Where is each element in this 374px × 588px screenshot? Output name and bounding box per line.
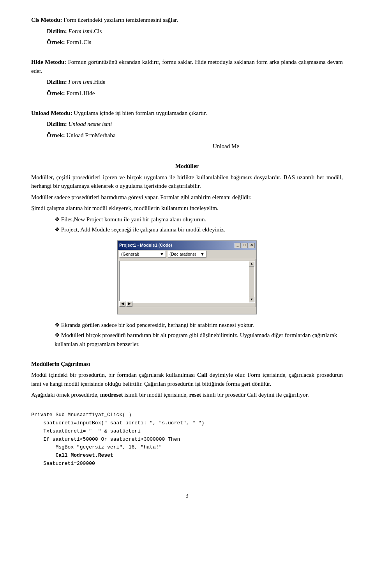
win-toolbar: (General) ▼ (Declarations) ▼ [118,250,256,259]
hide-ornek-label: Örnek: [47,90,65,96]
modueller-desc1: Modüller, çeşitli prosedürleri içeren ve… [31,173,343,191]
unload-me-text: Unload Me [213,143,239,149]
hide-dizilim-label: Dizilim: [47,79,67,85]
cls-dizilim-value: Form ismi [68,28,92,34]
win-nav-left[interactable]: ◀ [119,301,125,307]
moduellerin-cagrilmasi-desc1: Modül içindeki bir prosedürün, bir formd… [31,371,343,388]
cls-dizilim-line: Dizilim: Form ismi.Cls [47,27,343,36]
cls-ornek-line: Örnek: Form1.Cls [47,38,343,47]
unload-ornek-value: Unload FrmMerhaba [66,132,115,138]
modueller-list: Files,New Project komutu ile yani bir ça… [55,215,343,234]
unload-dizilim-label: Dizilim: [47,121,67,127]
modueller-desc2: Modüller sadece prosedürleri barındırma … [31,193,343,202]
unload-ornek-label: Örnek: [47,132,65,138]
modueller-heading: Modüller [31,162,343,171]
call-keyword: Call [197,372,208,378]
win-code-area: ▲ ▼ [119,261,255,303]
hide-dizilim-value: Form ismi [68,79,92,85]
code-block: Private Sub Mnusaatfiyat_Click( ) saatuc… [31,403,343,476]
modueller-desc3: Şimdi çalışma alanına bir modül ekleyere… [31,204,343,213]
unload-me-line: Unload Me [109,142,343,151]
win-buttons: _ □ ✕ [235,243,255,248]
win-scroll-up[interactable]: ▲ [249,261,254,267]
unload-metodu-label: Unload Metodu: [31,110,72,116]
hide-metodu-line: Hide Metodu: Formun görüntüsünü ekrandan… [31,58,343,75]
moduellerin-cagrilmasi-heading: Modüllerin Çağırılması [31,360,343,369]
win-declarations-dropdown[interactable]: (Declarations) ▼ [168,251,206,258]
win-outer: Project1 - Module1 (Code) _ □ ✕ (General… [117,240,257,314]
vb-window: Project1 - Module1 (Code) _ □ ✕ (General… [117,240,257,314]
cls-ornek-value: Form1.Cls [66,39,91,45]
list-item: Modülleri birçok prosedürü barındıran bi… [55,331,343,348]
modueller-title: Modüller [175,163,199,169]
code-line-6: Call Modreset.Reset [31,452,113,458]
win-general-arrow: ▼ [160,251,164,258]
win-general-label: (General) [121,251,139,258]
unload-ornek-line: Örnek: Unload FrmMerhaba [47,131,343,140]
moduellerin-cagrilmasi-desc2: Aşağıdaki örnek prosedürde, modreset isi… [31,390,343,399]
win-general-dropdown[interactable]: (General) ▼ [119,251,166,258]
win-nav-right[interactable]: ▶ [126,301,132,307]
win-titlebar: Project1 - Module1 (Code) _ □ ✕ [118,241,256,250]
hide-metodu-label: Hide Metodu: [31,59,66,65]
reset-keyword: reset [189,392,201,398]
hide-ornek-line: Örnek: Form1.Hide [47,89,343,98]
win-declarations-arrow: ▼ [200,251,205,258]
moduellerin-cagrilmasi-title: Modüllerin Çağırılması [31,361,90,367]
win-scroll-track [249,267,254,297]
win-minimize-btn[interactable]: _ [235,243,241,248]
hide-ornek-value: Form1.Hide [66,90,95,96]
cls-dizilim-suffix: .Cls [93,28,102,34]
cls-ornek-label: Örnek: [47,39,65,45]
list-item: Ekranda görülen sadece bir kod penceresi… [55,321,343,330]
unload-metodu-line: Unload Metodu: Uygulama içinde işi biten… [31,109,343,118]
win-maximize-btn[interactable]: □ [242,243,248,248]
unload-metodu-desc: Uygulama içinde işi biten formları uygul… [74,110,207,116]
win-statusbar [118,307,256,314]
cls-metodu-desc: Form üzerindeki yazıların temizlenmesini… [64,17,178,23]
hide-metodu-desc: Formun görüntüsünü ekrandan kaldırır, fo… [31,59,343,74]
win-scroll-down[interactable]: ▼ [249,297,254,302]
cls-metodu-label: Cls Metodu: [31,17,62,23]
unload-dizilim-value: Unload nesne ismi [68,121,112,127]
code-line-3: Txtsaatücreti= " " & saatücteri [31,428,141,434]
win-declarations-label: (Declarations) [169,251,196,258]
hide-dizilim-suffix: .Hide [93,79,106,85]
win-title-text: Project1 - Module1 (Code) [119,242,172,249]
win-dropdowns: (General) ▼ (Declarations) ▼ [119,251,255,258]
bullet-notes-list: Ekranda görülen sadece bir kod penceresi… [55,321,343,349]
page-number: 3 [31,492,343,500]
unload-dizilim-line: Dizilim: Unload nesne ismi [47,120,343,129]
modreset-keyword: modreset [100,392,123,398]
page-number-text: 3 [186,493,189,499]
code-line-7: Saatucreti=200000 [31,461,95,466]
list-item: Files,New Project komutu ile yani bir ça… [55,215,343,224]
cls-metodu-line: Cls Metodu: Form üzerindeki yazıların te… [31,16,343,25]
code-line-5: MsgBox "geçersiz veri", 16, "hata!" [31,444,162,450]
win-nav-arrows: ◀ ▶ [119,301,132,307]
code-line-1: Private Sub Mnusaatfiyat_Click( ) [31,412,131,418]
code-line-2: saatucreti=InputBox(" saat ücreti: ", "s… [31,420,205,426]
page-content: Cls Metodu: Form üzerindeki yazıların te… [31,16,343,500]
code-line-4: If saatureti<50000 Or saatucreti>3000000… [31,436,180,442]
win-close-btn[interactable]: ✕ [249,243,255,248]
cls-dizilim-label: Dizilim: [47,28,67,34]
hide-dizilim-line: Dizilim: Form ismi.Hide [47,78,343,87]
list-item: Project, Add Module seçeneği ile çalışma… [55,225,343,234]
win-scrollbar-v[interactable]: ▲ ▼ [249,261,254,302]
